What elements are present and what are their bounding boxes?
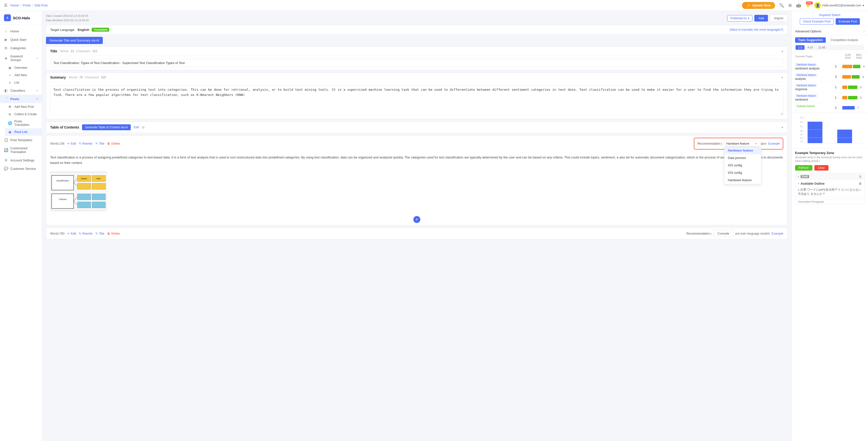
rec-bar-3 <box>848 86 857 89</box>
sidebar-label-add-new: Add New <box>14 74 27 77</box>
delete-icon-1: 🗑 <box>107 142 110 145</box>
generate-toc-button[interactable]: Generate Table of Content via AI <box>82 124 131 130</box>
tab-competition-analysis[interactable]: Competition Analysis <box>828 37 861 43</box>
sidebar-item-categories[interactable]: ⊞ Categories <box>0 44 42 52</box>
generate-title-summary-button[interactable]: Generate Title and Summary via AI <box>46 37 103 44</box>
meta-right: Published to ▾ Add Import <box>727 14 787 22</box>
ai-icon[interactable]: 🤖 <box>795 2 802 9</box>
published-to-button[interactable]: Published to ▾ <box>727 15 752 22</box>
svg-rect-7 <box>78 183 91 189</box>
title-link-1[interactable]: ✎ Title <box>95 142 104 145</box>
dropdown-item-hardware2[interactable]: Hardware feature <box>724 176 761 184</box>
toc-collapse-icon[interactable]: ▾ <box>781 125 783 129</box>
svg-rect-11 <box>78 194 91 200</box>
target-language-bar: Target Language: English Translated (Wan… <box>46 25 787 34</box>
draft-collapse-icon[interactable]: ▾ <box>798 175 799 178</box>
sidebar-item-classifiers[interactable]: ◧ Classifiers ▾ <box>0 86 42 95</box>
update-now-button[interactable]: ⚡ Update Now <box>742 2 775 9</box>
delete-link-2[interactable]: 🗑 Delete <box>107 232 120 235</box>
sidebar-item-post-templates[interactable]: 📋 Post Templates <box>0 136 42 144</box>
sidebar-item-quick-start[interactable]: ▶ Quick Start <box>0 35 42 44</box>
logo-icon: A <box>4 14 11 21</box>
sidebar-item-overview[interactable]: ◉ Overview <box>5 64 42 71</box>
expand-icon[interactable]: ⊞ <box>787 2 793 9</box>
summary-label: Summary <box>50 76 66 79</box>
breadcrumb-home[interactable]: Home <box>10 3 19 7</box>
clear-button[interactable]: Clear <box>814 165 829 171</box>
right-panel-actions: Check Example Post Evaluate Post <box>795 18 865 25</box>
sidebar-item-customized-translation[interactable]: 🔄 Customized Translation <box>0 144 42 156</box>
rewrite-link-1[interactable]: ↻ Rewrite <box>79 142 93 145</box>
rec-dropdown-1[interactable]: Hardware feature ▾ <box>724 141 759 147</box>
sidebar-item-customer-service[interactable]: 💬 Customer Service <box>0 165 42 173</box>
sidebar-item-collect-create[interactable]: ⊕ Collect & Create <box>5 111 42 118</box>
title-input[interactable] <box>50 59 783 67</box>
sidebar-item-add-new-post[interactable]: ✚ Add New Post <box>5 103 42 111</box>
outline-collapse-icon[interactable]: ▾ <box>798 182 799 185</box>
sidebar-item-posts[interactable]: 📄 Posts ▾ <box>0 95 42 103</box>
rec-example-1[interactable]: Example <box>768 142 780 145</box>
menu-icon[interactable]: ☰ <box>4 3 7 8</box>
sidebar-item-list[interactable]: ≡ List <box>5 79 42 86</box>
post-block-1: Words:106 ✏ Edit ↻ Rewrite <box>46 136 787 225</box>
check-example-post-button[interactable]: Check Example Post <box>800 18 834 25</box>
outline-delete-icon[interactable]: 🗑 <box>859 182 862 185</box>
quick-start-icon: ▶ <box>4 37 8 41</box>
dropdown-item-dataprocess[interactable]: Data process <box>724 154 761 162</box>
summary-collapse-icon[interactable]: ▾ <box>781 76 783 79</box>
sidebar-item-post-list[interactable]: ≣ Post List <box>5 128 42 136</box>
sidebar-item-home[interactable]: ⌂ Home <box>0 27 42 35</box>
user-info[interactable]: 👤 Hello.kexi001@reneelab.com ▾ <box>814 2 864 9</box>
sidebar-item-add-new[interactable]: + Add New <box>5 71 42 79</box>
range-tab-4-10[interactable]: 4-10 <box>805 45 815 50</box>
draft-delete-icon[interactable]: 🗑 <box>859 175 862 178</box>
topic-table: Current Topic CUR POS REC POS Hardware f… <box>792 52 868 113</box>
sidebar-label-post-templates: Post Templates <box>10 138 32 142</box>
add-block-button-1: + <box>46 214 787 225</box>
feature-badge-4: Hardware feature <box>795 94 817 97</box>
breadcrumb-posts[interactable]: Posts <box>23 3 31 7</box>
add-btn-1[interactable]: + <box>413 216 420 223</box>
summary-textarea[interactable] <box>50 85 783 115</box>
rec-example-2[interactable]: Example <box>772 232 783 235</box>
advanced-options-arrow[interactable]: › <box>864 30 865 33</box>
dropdown-item-ios1[interactable]: iOS config <box>724 162 761 169</box>
console-button[interactable]: Console <box>713 230 734 237</box>
summary-word-count: 78 <box>79 76 83 79</box>
user-dropdown-icon: ▾ <box>863 4 864 7</box>
sidebar-item-account-settings[interactable]: ⚙ Account Settings <box>0 156 42 165</box>
dropdown-item-ios2[interactable]: iOS config <box>724 169 761 176</box>
sidebar-item-keyword-groups[interactable]: ◈ Keyword Groups ▾ <box>0 52 42 64</box>
categories-icon: ⊞ <box>4 46 8 50</box>
toc-edit-link[interactable]: Edit <box>134 125 139 129</box>
dropdown-item-hardware[interactable]: Hardware feature <box>724 147 761 154</box>
customized-translation-icon: 🔄 <box>4 148 8 152</box>
rewrite-link-2[interactable]: ↻ Rewrite <box>79 232 93 235</box>
notification-badge[interactable]: ⭐ 2531 <box>805 3 811 8</box>
sidebar-label-quick-start: Quick Start <box>10 38 26 41</box>
edit-link-1[interactable]: ✏ Edit <box>67 142 76 145</box>
title-collapse-icon[interactable]: ▾ <box>781 50 783 53</box>
tab-topic-suggestion[interactable]: Topic Suggestion <box>795 37 826 43</box>
import-button[interactable]: Import <box>770 14 787 22</box>
range-tab-11-50[interactable]: 11-50 <box>816 45 828 50</box>
search-icon[interactable]: 🔍 <box>778 2 785 9</box>
evaluate-post-button[interactable]: Evaluate Post <box>836 18 860 25</box>
svg-text:40: 40 <box>800 129 803 132</box>
sidebar-item-posts-translation[interactable]: 🌐 Posts Translation <box>5 118 42 128</box>
add-button[interactable]: Add <box>754 15 768 22</box>
refresh-button[interactable]: Refresh <box>795 165 812 171</box>
toc-settings-icon[interactable]: ⚙ <box>142 125 145 129</box>
advanced-options-label: Advanced Options <box>795 29 821 33</box>
range-tab-1-3[interactable]: 1-3 <box>796 45 805 50</box>
title-link-2[interactable]: ✎ Title <box>95 232 104 235</box>
delete-link-1[interactable]: 🗑 Delete <box>107 142 120 145</box>
feature-badge-3: Hardware feature <box>795 84 817 87</box>
toc-label: Table of Contents <box>50 125 79 129</box>
recommendation-box-1: Recommendation | Hardware feature ▾ <box>694 138 783 150</box>
translate-more-link[interactable]: (Want to translate into more languages?) <box>730 28 783 31</box>
edit-link-2[interactable]: ✏ Edit <box>67 232 76 235</box>
example-zone-title: Example Temporary Zone <box>795 151 865 155</box>
keyword-switch-link[interactable]: Keyword Switch <box>795 13 865 17</box>
summary-char-count: 520 <box>101 76 106 79</box>
